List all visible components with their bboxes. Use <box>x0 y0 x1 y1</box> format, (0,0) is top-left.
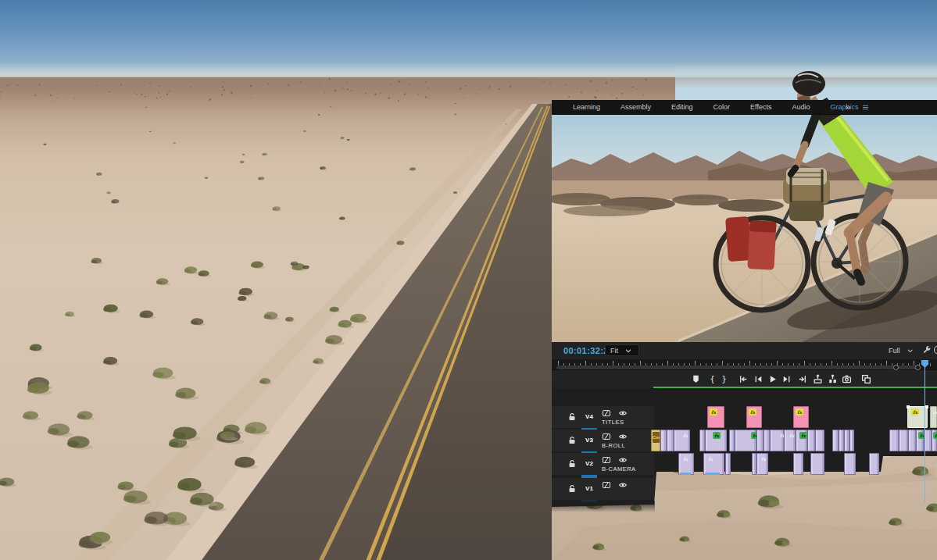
timeline-clip-v2[interactable]: fx <box>703 453 724 475</box>
step-forward-icon <box>781 374 792 384</box>
timeline-clip-v3[interactable]: Cm <box>651 430 660 451</box>
tab-effects[interactable]: Effects <box>740 100 781 115</box>
workspace-overflow-button[interactable]: » <box>846 100 850 114</box>
timeline-clip-v3[interactable]: fx <box>932 430 937 451</box>
track-lock-icon[interactable] <box>567 412 577 422</box>
timeline-clip-v3[interactable]: fx <box>796 430 807 451</box>
track-lock-icon[interactable] <box>567 459 577 469</box>
sync-lock-icon[interactable] <box>602 455 611 465</box>
lift-button[interactable] <box>811 373 824 385</box>
tab-editing[interactable]: Editing <box>661 100 703 115</box>
timeline-clip-v3[interactable] <box>839 430 844 451</box>
mark-in-button[interactable]: { <box>706 373 718 385</box>
add-marker-button[interactable] <box>689 373 702 385</box>
timeline-clip-v3[interactable] <box>756 430 764 451</box>
hamburger-menu-icon[interactable] <box>862 104 869 111</box>
timeline-clip-v2[interactable] <box>844 453 856 475</box>
timeline-clip-v3[interactable] <box>832 430 839 451</box>
tab-label: Graphics <box>830 100 858 115</box>
track-target-badge[interactable]: V4 <box>581 406 597 428</box>
playback-resolution-dropdown[interactable]: Full <box>883 344 919 356</box>
timeline-clip-v3[interactable] <box>815 430 824 451</box>
tab-learning[interactable]: Learning <box>563 100 610 115</box>
track-output-icon[interactable] <box>618 455 628 465</box>
track-header-v1: V1 <box>552 478 654 500</box>
timeline-clip-v3[interactable] <box>667 430 674 451</box>
timeline-clip-v4[interactable]: fx <box>930 406 937 428</box>
track-output-icon[interactable] <box>618 480 628 490</box>
track-header-v3: V3B-ROLL <box>552 430 654 451</box>
timeline-panel: 00:01:32:20 Fit Full {} V4TITLESV3B-ROLL… <box>552 342 937 560</box>
track-target-badge[interactable]: V1 <box>581 478 597 500</box>
scrollbar-handle[interactable] <box>915 365 921 370</box>
sync-lock-icon[interactable] <box>602 432 611 441</box>
timeline-clip-v3[interactable] <box>764 430 770 451</box>
chevron-down-icon <box>624 347 632 355</box>
track-header-v2: V2B-CAMERA <box>552 453 654 475</box>
fx-badge: fx <box>760 455 767 462</box>
fx-badge: fx <box>799 432 807 439</box>
tab-audio[interactable]: Audio <box>781 100 820 115</box>
timeline-clip-v2[interactable] <box>869 453 879 475</box>
timeline-clip-v3[interactable] <box>899 430 908 451</box>
step-back-button[interactable] <box>752 373 764 385</box>
sync-lock-icon[interactable] <box>602 408 611 418</box>
go-to-out-button[interactable] <box>796 373 808 385</box>
mark-out-button[interactable]: } <box>717 373 730 385</box>
timeline-clip-v3[interactable]: fx <box>916 430 924 451</box>
tab-color[interactable]: Color <box>703 100 741 115</box>
timeline-clip-v3[interactable]: fx <box>784 430 796 451</box>
track-lock-icon[interactable] <box>567 484 577 494</box>
play-icon <box>767 374 778 384</box>
timeline-clip-v3[interactable] <box>889 430 899 451</box>
timeline-clip-v3[interactable]: fx <box>770 430 784 451</box>
workspace-tabs: LearningAssemblyEditingColorEffectsAudio… <box>552 100 937 115</box>
timeline-clip-v3[interactable]: fx <box>674 430 690 451</box>
extract-button[interactable] <box>826 373 839 385</box>
timeline-clip-v3[interactable]: fx <box>705 430 727 451</box>
playhead-line[interactable] <box>924 360 925 502</box>
go-to-in-button[interactable] <box>737 373 749 385</box>
sync-lock-icon[interactable] <box>602 480 611 490</box>
timeline-scrollbar[interactable] <box>556 366 919 369</box>
timeline-clip-v4[interactable]: fx <box>746 406 762 428</box>
timeline-clip-v2[interactable]: fx <box>678 453 694 475</box>
comparison-view-button[interactable] <box>860 373 872 385</box>
zoom-level-dropdown[interactable]: Fit <box>605 344 639 356</box>
comparison-view-icon <box>861 374 871 384</box>
timeline-clip-v3[interactable] <box>699 430 705 451</box>
timeline-clip-v3[interactable] <box>844 430 849 451</box>
track-output-icon[interactable] <box>618 432 628 441</box>
timeline-clip-v3[interactable]: fx <box>735 430 756 451</box>
timeline-clip-v3[interactable] <box>849 430 854 451</box>
timeline-clip-v3[interactable] <box>807 430 815 451</box>
helmet <box>792 71 825 96</box>
export-frame-button[interactable] <box>840 373 853 385</box>
track-output-icon[interactable] <box>618 408 628 418</box>
track-lock-icon[interactable] <box>567 436 577 445</box>
timeline-clip-v4[interactable]: fx <box>707 406 724 428</box>
chevron-down-icon <box>907 347 914 355</box>
tab-assembly[interactable]: Assembly <box>610 100 661 115</box>
timeline-clip-v3[interactable] <box>729 430 735 451</box>
timeline-clip-v2[interactable] <box>725 453 731 475</box>
timeline-clip-v2[interactable] <box>810 453 824 475</box>
timeline-clip-v2[interactable]: fx <box>756 453 768 475</box>
timeline-clip-v3[interactable] <box>660 430 667 451</box>
wrench-icon[interactable] <box>922 345 932 356</box>
step-back-icon <box>753 374 764 384</box>
track-name: B-ROLL <box>602 442 625 449</box>
tab-label: Effects <box>750 100 771 115</box>
play-button[interactable] <box>766 373 778 385</box>
timeline-clip-v2[interactable] <box>793 453 803 475</box>
playback-resolution-value: Full <box>889 347 900 355</box>
focus-indicator-line <box>653 387 937 388</box>
step-forward-button[interactable] <box>780 373 792 385</box>
timeline-clip-v4[interactable]: fx <box>793 406 809 428</box>
timeline-clip-v3[interactable] <box>908 430 916 451</box>
lift-icon <box>813 374 823 384</box>
track-target-badge[interactable]: V3 <box>581 430 597 451</box>
track-target-badge[interactable]: V2 <box>581 453 597 475</box>
fx-badge: fx <box>933 432 937 439</box>
scrollbar-handle[interactable] <box>893 365 899 370</box>
